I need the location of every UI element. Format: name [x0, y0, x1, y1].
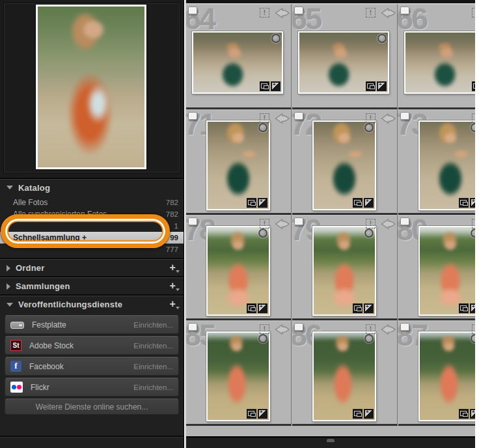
- photo-thumbnail[interactable]: [206, 226, 270, 316]
- metadata-status-icon[interactable]: !: [472, 219, 475, 229]
- photo-thumbnail[interactable]: [312, 120, 376, 210]
- navigator-photo[interactable]: [36, 5, 146, 169]
- grid-cell-87[interactable]: 87 !: [398, 320, 475, 426]
- flag-icon[interactable]: [400, 7, 409, 14]
- develop-settings-badge-icon[interactable]: [470, 198, 475, 208]
- flag-icon[interactable]: [400, 217, 409, 225]
- quick-collection-marker-icon[interactable]: [364, 334, 374, 343]
- add-publish-service-button[interactable]: +: [169, 298, 176, 310]
- collection-badge-icon[interactable]: [472, 81, 475, 91]
- add-collection-button[interactable]: +: [169, 280, 176, 292]
- flag-icon[interactable]: [294, 323, 303, 331]
- develop-settings-badge-icon[interactable]: [377, 81, 387, 91]
- metadata-status-icon[interactable]: !: [472, 113, 475, 123]
- collection-badge-icon[interactable]: [247, 198, 256, 208]
- develop-settings-badge-icon[interactable]: [271, 81, 281, 91]
- photo-thumbnail[interactable]: [312, 226, 376, 316]
- grid-cell-64[interactable]: 64 !: [186, 4, 292, 109]
- metadata-status-icon[interactable]: !: [366, 8, 376, 18]
- photo-thumbnail[interactable]: [418, 226, 475, 316]
- flag-icon[interactable]: [294, 112, 303, 120]
- quick-collection-marker-icon[interactable]: [377, 34, 387, 43]
- grid-cell-73[interactable]: 73 !: [398, 109, 475, 215]
- panel-reveal-notch[interactable]: [327, 439, 335, 442]
- quick-collection-marker-icon[interactable]: [471, 229, 475, 238]
- grid-cell-66[interactable]: 66 !: [398, 4, 475, 109]
- photo-thumbnail[interactable]: [418, 120, 475, 210]
- flag-icon[interactable]: [188, 217, 197, 225]
- publish-services-header[interactable]: Veroffentlichungsdienste +: [0, 296, 184, 313]
- collection-badge-icon[interactable]: [459, 303, 469, 313]
- publish-service-facebook[interactable]: f Facebook Einrichten...: [5, 357, 179, 376]
- quick-collection-marker-icon[interactable]: [471, 334, 475, 343]
- quick-collection-marker-icon[interactable]: [364, 229, 374, 238]
- metadata-status-icon[interactable]: !: [260, 324, 269, 334]
- quick-collection-marker-icon[interactable]: [271, 34, 281, 43]
- setup-link[interactable]: Einrichten...: [133, 342, 173, 350]
- photo-thumbnail[interactable]: [418, 331, 475, 421]
- setup-link[interactable]: Einrichten...: [133, 363, 173, 371]
- develop-settings-badge-icon[interactable]: [470, 303, 475, 313]
- grid-cell-65[interactable]: 65 !: [292, 4, 398, 109]
- develop-settings-badge-icon[interactable]: [258, 303, 267, 313]
- metadata-status-icon[interactable]: !: [366, 113, 376, 123]
- grid-cell-85[interactable]: 85 !: [186, 320, 292, 426]
- photo-thumbnail[interactable]: [206, 120, 270, 210]
- catalog-item-obscured-1[interactable]: 1: [0, 220, 184, 232]
- metadata-status-icon[interactable]: !: [260, 219, 269, 229]
- metadata-status-icon[interactable]: !: [472, 324, 475, 334]
- catalog-item-obscured-2[interactable]: 777: [0, 244, 184, 255]
- collection-badge-icon[interactable]: [353, 198, 363, 208]
- metadata-status-icon[interactable]: !: [472, 8, 475, 18]
- find-more-services-button[interactable]: Weitere Dienste online suchen...: [5, 399, 179, 415]
- quick-collection-marker-icon[interactable]: [258, 229, 267, 238]
- photo-thumbnail[interactable]: [206, 331, 270, 421]
- develop-settings-badge-icon[interactable]: [258, 409, 267, 419]
- grid-cell-78[interactable]: 78 !: [186, 215, 292, 320]
- collection-badge-icon[interactable]: [247, 409, 256, 419]
- develop-settings-badge-icon[interactable]: [364, 198, 374, 208]
- setup-link[interactable]: Einrichten...: [133, 384, 173, 391]
- folders-header[interactable]: Ordner +: [0, 260, 184, 276]
- add-folder-button[interactable]: +: [169, 262, 176, 273]
- quick-collection-marker-icon[interactable]: [364, 123, 374, 132]
- catalog-header[interactable]: Katalog: [0, 180, 184, 195]
- publish-service-festplatte[interactable]: Festplatte Einrichten...: [5, 315, 179, 334]
- flag-icon[interactable]: [400, 112, 409, 120]
- flag-icon[interactable]: [188, 112, 197, 120]
- collection-badge-icon[interactable]: [459, 409, 469, 419]
- collection-badge-icon[interactable]: [247, 303, 256, 313]
- flag-icon[interactable]: [188, 323, 197, 331]
- quick-collection-marker-icon[interactable]: [258, 334, 267, 343]
- publish-service-flickr[interactable]: Flickr Einrichten...: [5, 378, 179, 397]
- grid-cell-80[interactable]: 80 !: [398, 215, 475, 320]
- flag-icon[interactable]: [294, 217, 303, 225]
- collection-badge-icon[interactable]: [353, 409, 363, 419]
- collection-badge-icon[interactable]: [353, 303, 363, 313]
- catalog-item-schnellsammlung[interactable]: Schnellsammlung + 99: [0, 232, 184, 244]
- grid-cell-71[interactable]: 71 !: [186, 109, 292, 215]
- develop-settings-badge-icon[interactable]: [258, 198, 267, 208]
- photo-thumbnail[interactable]: [404, 31, 475, 94]
- photo-thumbnail[interactable]: [192, 31, 283, 94]
- metadata-status-icon[interactable]: !: [366, 219, 376, 229]
- grid-cell-86[interactable]: 86 !: [292, 320, 398, 426]
- catalog-item-synchronisierte-fotos[interactable]: Alle synchronisierten Fotos 782: [0, 208, 184, 220]
- quick-collection-marker-icon[interactable]: [471, 123, 475, 132]
- metadata-status-icon[interactable]: !: [366, 324, 376, 334]
- metadata-status-icon[interactable]: !: [260, 8, 269, 18]
- photo-thumbnail[interactable]: [312, 331, 376, 421]
- collection-badge-icon[interactable]: [260, 81, 269, 91]
- photo-thumbnail[interactable]: [298, 31, 389, 94]
- collection-badge-icon[interactable]: [459, 198, 469, 208]
- publish-service-adobe-stock[interactable]: St Adobe Stock Einrichten...: [5, 336, 179, 355]
- metadata-status-icon[interactable]: !: [260, 113, 269, 123]
- flag-icon[interactable]: [400, 323, 409, 331]
- develop-settings-badge-icon[interactable]: [364, 303, 374, 313]
- collections-header[interactable]: Sammlungen +: [0, 278, 184, 294]
- catalog-item-alle-fotos[interactable]: Alle Fotos 782: [0, 197, 184, 208]
- quick-collection-marker-icon[interactable]: [258, 123, 267, 132]
- setup-link[interactable]: Einrichten...: [133, 321, 173, 329]
- flag-icon[interactable]: [188, 7, 197, 14]
- develop-settings-badge-icon[interactable]: [470, 409, 475, 419]
